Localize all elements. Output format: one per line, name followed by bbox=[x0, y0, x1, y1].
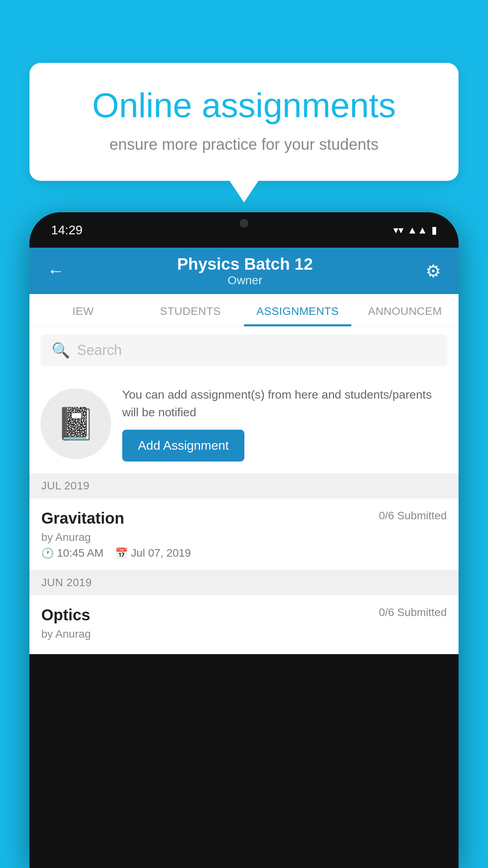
calendar-icon: 📅 bbox=[115, 547, 128, 559]
add-assignment-button[interactable]: Add Assignment bbox=[122, 430, 244, 462]
tab-iew[interactable]: IEW bbox=[29, 294, 137, 326]
back-button[interactable]: ← bbox=[47, 261, 64, 281]
info-icon-circle: 📓 bbox=[40, 388, 111, 459]
bubble-title: Online assignments bbox=[57, 86, 431, 125]
submitted-badge: 0/6 Submitted bbox=[379, 509, 447, 522]
assignment-optics-top-row: Optics 0/6 Submitted bbox=[41, 606, 447, 624]
clock-icon: 🕐 bbox=[41, 547, 54, 559]
bubble-subtitle: ensure more practice for your students bbox=[57, 136, 431, 153]
section-jul-2019: JUL 2019 bbox=[29, 473, 459, 498]
search-container: 🔍 Search bbox=[29, 327, 459, 374]
app-header: ← Physics Batch 12 Owner ⚙ bbox=[29, 248, 459, 294]
settings-icon[interactable]: ⚙ bbox=[426, 261, 441, 281]
assignment-gravitation[interactable]: Gravitation 0/6 Submitted by Anurag 🕐 10… bbox=[29, 498, 459, 570]
tab-students[interactable]: STUDENTS bbox=[137, 294, 244, 326]
tab-assignments[interactable]: ASSIGNMENTS bbox=[244, 294, 351, 326]
tab-announcements[interactable]: ANNOUNCEM bbox=[351, 294, 459, 326]
info-card: 📓 You can add assignment(s) from here an… bbox=[29, 374, 459, 473]
wifi-icon: ▾▾ bbox=[393, 224, 404, 236]
header-title: Physics Batch 12 bbox=[177, 255, 313, 274]
phone-frame: 14:29 ▾▾ ▲▲ ▮ ← Physics Batch 12 Owner ⚙… bbox=[29, 212, 459, 868]
phone-notch bbox=[213, 212, 275, 234]
signal-icon: ▲▲ bbox=[407, 224, 427, 236]
header-center: Physics Batch 12 Owner bbox=[177, 255, 313, 287]
assignment-time: 10:45 AM bbox=[57, 547, 103, 559]
status-bar: 14:29 ▾▾ ▲▲ ▮ bbox=[29, 212, 459, 248]
assignment-time-row: 🕐 10:45 AM 📅 Jul 07, 2019 bbox=[41, 547, 447, 559]
notebook-icon: 📓 bbox=[56, 405, 95, 442]
assignment-name: Gravitation bbox=[41, 509, 124, 527]
header-subtitle: Owner bbox=[177, 274, 313, 287]
assignment-date: Jul 07, 2019 bbox=[131, 547, 191, 559]
time-item: 🕐 10:45 AM bbox=[41, 547, 103, 559]
date-item: 📅 Jul 07, 2019 bbox=[115, 547, 191, 559]
info-description: You can add assignment(s) from here and … bbox=[122, 386, 447, 421]
search-bar[interactable]: 🔍 Search bbox=[40, 335, 448, 366]
assignment-author: by Anurag bbox=[41, 531, 447, 544]
assignment-top-row: Gravitation 0/6 Submitted bbox=[41, 509, 447, 527]
camera bbox=[240, 219, 248, 228]
optics-author: by Anurag bbox=[41, 628, 447, 640]
status-icons: ▾▾ ▲▲ ▮ bbox=[393, 224, 437, 236]
tab-bar: IEW STUDENTS ASSIGNMENTS ANNOUNCEM bbox=[29, 294, 459, 327]
assignment-optics-name: Optics bbox=[41, 606, 90, 624]
status-time: 14:29 bbox=[51, 223, 83, 237]
assignment-optics[interactable]: Optics 0/6 Submitted by Anurag bbox=[29, 595, 459, 654]
search-placeholder: Search bbox=[77, 342, 122, 359]
speech-bubble: Online assignments ensure more practice … bbox=[29, 63, 459, 181]
search-icon: 🔍 bbox=[51, 342, 70, 359]
battery-icon: ▮ bbox=[431, 224, 437, 236]
info-text-area: You can add assignment(s) from here and … bbox=[122, 386, 447, 462]
app-content: 🔍 Search 📓 You can add assignment(s) fro… bbox=[29, 327, 459, 654]
section-jun-2019: JUN 2019 bbox=[29, 570, 459, 595]
optics-submitted-badge: 0/6 Submitted bbox=[379, 606, 447, 619]
